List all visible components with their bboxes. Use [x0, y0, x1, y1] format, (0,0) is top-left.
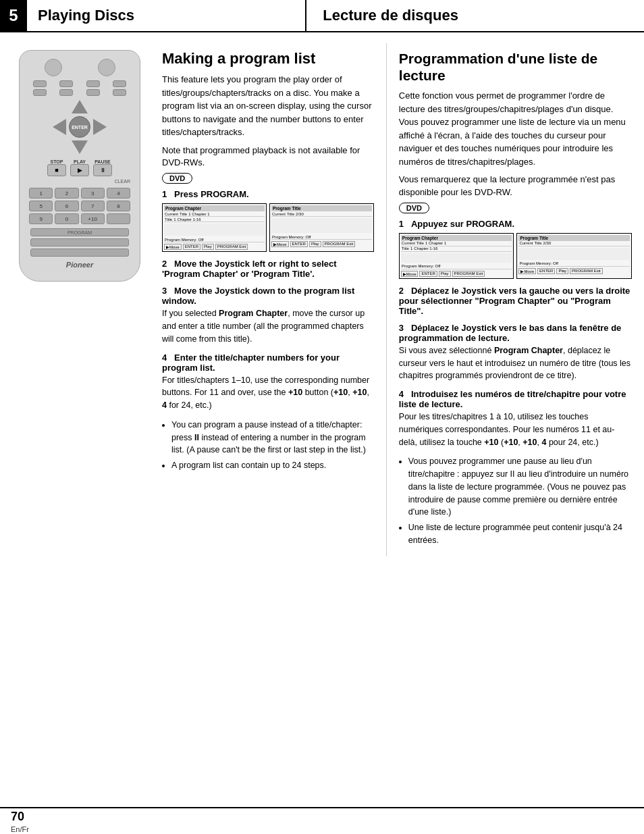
french-bullet-1: Vous pouvez programmer une pause au lieu… [408, 455, 632, 519]
num-btn-extra[interactable] [107, 213, 130, 224]
step-4-title: Enter the title/chapter numbers for your… [162, 353, 340, 373]
remote-top-left-btn[interactable] [45, 59, 62, 76]
french-intro-2: Vous remarquerez que la lecture programm… [399, 174, 632, 198]
french-bullet-2: Une liste de lecture programmée peut con… [408, 521, 632, 547]
stop-btn[interactable]: ■ [47, 164, 66, 176]
english-step-3: 3 Move the Joystick down to the program … [162, 286, 374, 345]
osd-fr-row-pt-memory: Program Memory: Off [518, 261, 630, 267]
num-btn-3[interactable]: 3 [81, 188, 105, 199]
french-step-3: 3 Déplacez le Joystick vers le bas dans … [399, 323, 632, 382]
remote-brand: Pioneer [26, 261, 133, 269]
english-step-2: 2 Move the Joystick left or right to sel… [162, 259, 374, 279]
fr-step-3-title: Déplacez le Joystick vers le bas dans la… [399, 323, 622, 343]
footer-page-number: 70 [11, 810, 29, 824]
dpad-down-icon[interactable] [72, 140, 88, 154]
remote-small-btn-4[interactable] [113, 80, 126, 87]
fr-step-1-title: Appuyez sur PROGRAM. [411, 219, 514, 229]
step-3-title: Move the Joystick down to the program li… [162, 286, 354, 306]
num-btn-0[interactable]: 0 [55, 213, 78, 224]
remote-small-btn-7[interactable] [86, 89, 100, 96]
clear-label: CLEAR [115, 179, 130, 184]
dpad-up-icon[interactable] [72, 100, 88, 113]
dpad-enter-btn[interactable]: ENTER [69, 116, 90, 138]
remote-top-right-btn[interactable] [98, 59, 115, 76]
step-2-num: 2 [162, 259, 171, 269]
step-3-body: If you selected Program Chapter, move th… [162, 307, 374, 345]
num-btn-2[interactable]: 2 [55, 188, 78, 199]
dpad-right-icon[interactable] [93, 119, 107, 135]
remote-control: ENTER STOP ■ PLAY ▶ PAUSE ⏸ CLEAR [19, 50, 140, 282]
osd-row-1: CurrentTitle1 Chapter 1 [164, 211, 265, 217]
page-header: 5 Playing Discs Lecture de disques [0, 0, 644, 32]
num-btn-8[interactable]: 8 [107, 201, 130, 211]
english-bullet-2: A program list can contain up to 24 step… [171, 459, 374, 472]
step-3-num: 3 [162, 286, 171, 296]
remote-top-buttons [26, 59, 133, 76]
remote-small-btn-6[interactable] [59, 89, 73, 96]
osd-step1-fr: Program Chapter CurrentTitle1 Chapter 1 … [399, 233, 632, 279]
english-bullet-1: You can program a pause instead of a tit… [171, 419, 374, 457]
fr-step-3-body: Si vous avez sélectionné Program Chapter… [399, 344, 632, 382]
dpad-left-icon[interactable] [53, 119, 66, 135]
english-step-1: 1 Press PROGRAM. Program Chapter Current… [162, 189, 374, 252]
remote-small-row-2 [26, 89, 133, 96]
remote-numpad: 1 2 3 4 5 6 7 8 9 0 +10 [29, 188, 130, 224]
fr-step-3-num: 3 [399, 323, 408, 333]
osd-row-2: Title1Chapter 1-16 [164, 217, 265, 222]
num-btn-9[interactable]: 9 [29, 213, 53, 224]
num-btn-1[interactable]: 1 [29, 188, 53, 199]
remote-small-btn-5[interactable] [33, 89, 47, 96]
remote-small-btn-2[interactable] [59, 80, 73, 87]
page-footer: 70 En/Fr [0, 807, 644, 834]
page-number-badge: 5 [0, 0, 27, 31]
step-4-body: For titles/chapters 1–10, use the corres… [162, 374, 374, 412]
french-intro-1: Cette fonction vous permet de programmer… [399, 89, 632, 168]
osd-fr-header-1: Program Chapter [401, 235, 512, 241]
french-bullets: Vous pouvez programmer une pause au lieu… [408, 455, 632, 546]
footer-language: En/Fr [11, 825, 29, 833]
fr-step-2-num: 2 [399, 286, 408, 296]
fr-step-2-title: Déplacez le Joystick vers la gauche ou v… [399, 286, 630, 316]
osd-step1: Program Chapter CurrentTitle1 Chapter 1 … [162, 203, 374, 252]
english-section-title: Making a program list [162, 50, 374, 68]
main-content: ENTER STOP ■ PLAY ▶ PAUSE ⏸ CLEAR [0, 32, 644, 556]
fr-step-1-num: 1 [399, 219, 408, 229]
osd-row-pt-1: CurrentTitle2/30 [271, 211, 372, 217]
num-btn-plus10[interactable]: +10 [81, 213, 105, 224]
english-dvd-badge: DVD [162, 173, 192, 184]
left-panel: ENTER STOP ■ PLAY ▶ PAUSE ⏸ CLEAR [0, 43, 155, 556]
osd-fr-row-pt-1: CurrentTitle2/30 [518, 241, 630, 246]
header-title-english: Playing Discs [27, 0, 306, 31]
remote-small-btn-8[interactable] [113, 89, 126, 96]
play-label: PLAY [70, 159, 89, 164]
num-btn-5[interactable]: 5 [29, 201, 53, 211]
num-btn-7[interactable]: 7 [81, 201, 105, 211]
osd-program-chapter: Program Chapter CurrentTitle1 Chapter 1 … [162, 203, 267, 252]
pause-btn[interactable]: ⏸ [93, 164, 112, 176]
osd-footer-2: ▶Move ENTER Play PROGRAM Exit [271, 241, 372, 247]
osd-header-1: Program Chapter [164, 205, 265, 211]
remote-wide-btn-2[interactable] [30, 238, 129, 246]
french-step-2: 2 Déplacez le Joystick vers la gauche ou… [399, 286, 632, 316]
osd-fr-footer-1: ▶Move ENTER Play PROGRAM Exit [401, 271, 512, 277]
program-btn[interactable]: PROGRAM [30, 228, 129, 236]
play-btn[interactable]: ▶ [70, 164, 89, 176]
remote-wide-btn-3[interactable] [30, 249, 129, 257]
osd-header-2: Program Title [271, 205, 372, 211]
remote-small-btn-3[interactable] [86, 80, 100, 87]
osd-row-memory: Program Memory: Off [164, 237, 265, 242]
english-note: Note that programmed playback is not ava… [162, 145, 374, 169]
remote-small-btn-1[interactable] [33, 80, 47, 87]
step-4-num: 4 [162, 353, 171, 363]
english-intro: This feature lets you program the play o… [162, 73, 374, 139]
remote-transport: STOP ■ PLAY ▶ PAUSE ⏸ [26, 159, 133, 176]
clear-label-area: CLEAR [26, 179, 130, 184]
remote-small-row-1 [26, 80, 133, 87]
num-btn-6[interactable]: 6 [55, 201, 78, 211]
fr-step-4-title: Introduisez les numéros de titre/chapitr… [399, 389, 626, 409]
num-btn-4[interactable]: 4 [107, 188, 130, 199]
remote-dpad[interactable]: ENTER [53, 100, 107, 154]
osd-fr-header-2: Program Title [518, 235, 630, 241]
osd-program-title: Program Title CurrentTitle2/30 Program M… [269, 203, 374, 252]
osd-fr-row-1: CurrentTitle1 Chapter 1 [401, 241, 512, 246]
